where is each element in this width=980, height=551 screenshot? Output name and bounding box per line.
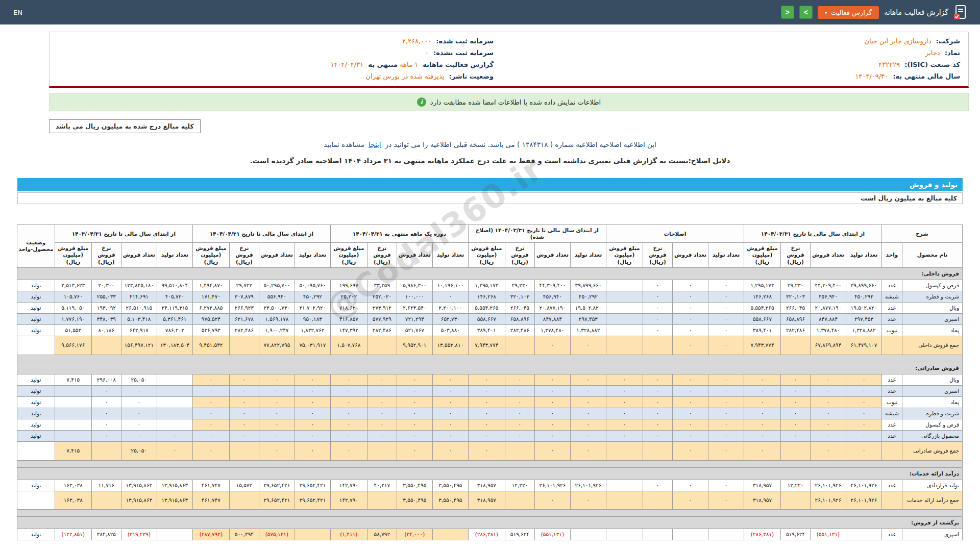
column-subheader: مبلغ فروش (میلیون ریال) [606, 243, 643, 267]
unregistered-capital-label: سرمایه ثبت نشده: [433, 49, 494, 57]
value-cell: ۰ [708, 374, 744, 385]
report-period-label2: منتهی به [368, 61, 398, 68]
value-cell: ۰ [192, 442, 229, 460]
value-cell: ۲۹۷,۴۵۳ [570, 314, 606, 325]
value-cell: ۰ [606, 396, 643, 408]
value-cell: ۷,۴۱۵ [55, 442, 91, 460]
value-cell: ۰ [708, 442, 744, 460]
value-cell: ۲۰,۸۷۷,۱۹۰ [534, 303, 570, 314]
unit-cell: عدد [882, 431, 902, 442]
value-cell: ۵۲۱,۷۶۷ [397, 325, 432, 336]
value-cell: ۶۲۱,۶۷۸ [229, 314, 259, 325]
value-cell: ۰ [606, 431, 643, 442]
value-cell: ۵۰,۰۹۵,۷۶۰ [295, 280, 330, 291]
prev-announcement-button[interactable]: < [781, 6, 794, 19]
value-cell: ۰ [744, 385, 780, 396]
activity-report-dropdown[interactable]: گزارش فعالیت ▾ [818, 6, 879, 19]
value-cell [606, 529, 643, 540]
status-cell: تولید [17, 396, 55, 408]
value-cell: ۵۵۸,۶۶۷ [468, 314, 505, 325]
value-cell: ۲۹,۶۵۲,۴۲۱ [295, 480, 330, 491]
value-cell: ۰ [708, 408, 744, 419]
status-cell: تولید [17, 280, 55, 291]
unit-cell: عدد [882, 280, 902, 291]
value-cell: ۰ [781, 408, 811, 419]
column-subheader: تعداد فروش [397, 243, 432, 267]
million-rial-table-note: کلیه مبالغ به میلیون ریال است [17, 192, 963, 204]
product-name-cell: شربت و قطره [902, 291, 963, 302]
value-cell: ۳,۵۵۰,۴۹۵ [432, 480, 468, 491]
unit-cell: عدد [882, 419, 902, 431]
value-cell: ۲۸۲,۴۸۶ [229, 325, 259, 336]
value-cell: ۱۰۰,۰۰۰ [397, 291, 432, 302]
column-subheader: نرخ فروش (ریال) [91, 243, 121, 267]
value-cell: ۴۰۵,۷۲۰ [157, 291, 192, 302]
value-cell: ۰ [672, 480, 708, 491]
value-cell: ۵۳۶,۷۹۳ [192, 325, 229, 336]
value-cell: ۳۰۷,۸۷۹ [229, 291, 259, 302]
value-cell: ۰ [708, 303, 744, 314]
value-cell: ۰ [468, 374, 505, 385]
value-cell: ۳,۵۵۰,۴۹۵ [397, 480, 432, 491]
value-cell: ۰ [505, 419, 534, 431]
value-cell: ۰ [570, 431, 606, 442]
report-period-row: گزارش فعالیت ماهانه ۱ ماهه منتهی به ۱۴۰۴… [58, 59, 494, 70]
next-announcement-button[interactable]: > [799, 6, 813, 19]
value-cell: ۰ [192, 419, 229, 431]
value-cell: ۰ [744, 431, 780, 442]
value-cell: ۱۳,۹۱۵,۸۶۳ [121, 491, 157, 509]
registered-capital-row: سرمایه ثبت شده: ۲,۲۶۸,۰۰۰ [58, 35, 494, 47]
company-info-panel: شرکت: داروسازی جابر ابن حیان نماد: دجابر… [49, 32, 969, 88]
value-cell: ۰ [672, 291, 708, 302]
column-subheader: تعداد فروش [259, 243, 295, 267]
column-subheader: نام محصول [902, 243, 963, 267]
value-cell: ۰ [781, 431, 811, 442]
registered-capital-label: سرمایه ثبت شده: [436, 37, 494, 45]
column-subheader: تعداد تولید [295, 243, 330, 267]
value-cell [643, 442, 672, 460]
spacer-cell [17, 509, 962, 516]
value-cell: ۰ [672, 303, 708, 314]
value-cell: ۹,۴۵۱,۵۴۲ [192, 336, 229, 355]
value-cell: ۰ [121, 396, 157, 408]
value-cell: ۱,۳۷۸,۴۸۰ [534, 325, 570, 336]
value-cell: ۰ [229, 374, 259, 385]
value-cell: (۲۸۶,۳۸۱) [468, 529, 505, 540]
column-subheader: مبلغ فروش (میلیون ریال) [55, 243, 91, 267]
value-cell: ۲۶,۱۰۱,۹۲۶ [570, 480, 606, 491]
value-cell: ۲,۶۲۳,۵۴۰ [397, 303, 432, 314]
value-cell: ۰ [708, 336, 744, 355]
column-group-header: از ابتدای سال مالی تا تاریخ ۱۴۰۴/۰۳/۳۱ [744, 225, 881, 243]
value-cell [55, 385, 91, 396]
value-cell [570, 529, 606, 540]
issuer-status-value: پذیرفته شده در بورس تهران [366, 72, 445, 80]
status-cell: تولید [17, 419, 55, 431]
value-cell: ۱,۷۷۶,۱۹۰ [55, 314, 91, 325]
value-cell: ۵۰۰,۳۹۴ [229, 529, 259, 540]
column-subheader: تعداد تولید [157, 243, 192, 267]
value-cell [606, 303, 643, 314]
value-cell [157, 419, 192, 431]
value-cell: ۰ [330, 442, 367, 460]
value-cell: ۰ [811, 442, 846, 460]
column-subheader: مبلغ فروش (میلیون ریال) [192, 243, 229, 267]
value-cell: ۰ [397, 385, 432, 396]
value-cell: ۲۸۲,۴۸۶ [781, 325, 811, 336]
column-group-header: اصلاحات [606, 225, 744, 243]
value-cell: ۷,۹۴۳,۷۷۴ [468, 336, 505, 355]
language-link[interactable]: EN [13, 9, 22, 16]
value-cell [157, 374, 192, 385]
report-period-label: گزارش فعالیت ماهانه [423, 61, 494, 68]
value-cell: ۰ [534, 336, 570, 355]
value-cell: ۵۱۹,۶۲۴ [781, 529, 811, 540]
column-subheader: واحد [882, 243, 902, 267]
value-cell: ۲۵۵,۰۳۳ [91, 291, 121, 302]
value-cell: ۲۸۲,۴۸۶ [367, 325, 397, 336]
value-cell: ۰ [259, 431, 295, 442]
registered-capital-value: ۲,۲۶۸,۰۰۰ [402, 37, 431, 45]
column-subheader: تعداد تولید [846, 243, 882, 267]
previous-version-link[interactable]: اینجا [369, 140, 381, 148]
value-cell: ۰ [811, 431, 846, 442]
value-cell: ۰ [708, 480, 744, 491]
value-cell: ۵,۵۵۴,۲۶۵ [744, 303, 780, 314]
